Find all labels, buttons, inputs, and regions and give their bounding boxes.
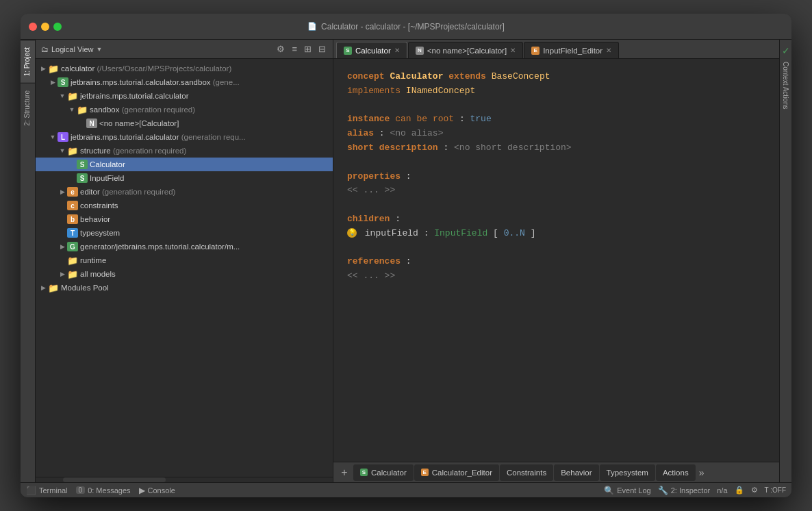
titlebar-title: 📄 Calculator - calculator - [~/MPSProjec…	[307, 22, 505, 32]
project-tree[interactable]: ▶ 📁 calculator (/Users/Oscar/MPSProjects…	[36, 59, 333, 477]
expand-icon[interactable]: ⊞	[303, 42, 313, 55]
tree-row[interactable]: ▶ 📁 all models	[36, 267, 333, 281]
keyword: can	[395, 114, 411, 124]
tree-row[interactable]: ▶ S jetbrains.mps.tutorial.calculator.sa…	[36, 75, 333, 89]
s-icon: S	[58, 77, 68, 87]
tree-row[interactable]: ▼ L jetbrains.mps.tutorial.calculator (g…	[36, 130, 333, 144]
minimize-button[interactable]	[41, 23, 49, 31]
sidebar-item-project[interactable]: 1: Project	[21, 40, 35, 83]
sidebar-item-structure[interactable]: 2: Structure	[21, 83, 35, 133]
bottom-tab-behavior[interactable]: Behavior	[554, 464, 598, 481]
messages-item[interactable]: 0 0: Messages	[76, 486, 131, 495]
right-sidebar: ✓ Context Actions	[779, 40, 791, 482]
code-line: properties :	[347, 170, 765, 184]
tab-s-icon: S	[344, 47, 352, 55]
code-line: << ... >>	[347, 269, 765, 284]
code-line: references :	[347, 255, 765, 269]
tree-row[interactable]: N <no name>[Calculator]	[36, 116, 333, 130]
bottom-tab-constraints[interactable]: Constraints	[500, 464, 553, 481]
position-label: n/a	[717, 486, 727, 495]
bottom-tab-calculator-editor[interactable]: E Calculator_Editor	[414, 464, 499, 481]
tree-row[interactable]: ▼ 📁 structure (generation required)	[36, 144, 333, 158]
horizontal-scrollbar[interactable]	[36, 477, 333, 482]
folder-icon: 📁	[48, 64, 59, 73]
tree-row[interactable]: T typesystem	[36, 226, 333, 240]
collapse-icon[interactable]: ⊟	[317, 42, 327, 55]
tree-item-label: calculator (/Users/Oscar/MPSProjects/cal…	[61, 64, 231, 73]
tab-no-name[interactable]: N <no name>[Calculator] ✕	[408, 42, 523, 58]
s-icon: S	[77, 173, 88, 183]
tree-arrow: ▶	[58, 188, 67, 195]
keyword: extends	[448, 71, 486, 82]
terminal-icon: ⬛	[26, 486, 36, 495]
check-icon: ✓	[782, 45, 790, 56]
n-icon: N	[86, 119, 97, 128]
console-item[interactable]: ▶ Console	[139, 486, 175, 495]
tree-row[interactable]: ▼ 📁 jetbrains.mps.tutorial.calculator	[36, 89, 333, 103]
code-line	[347, 198, 765, 212]
bottom-tab-calculator[interactable]: S Calculator	[353, 464, 414, 481]
folder-icon: 📁	[77, 105, 88, 114]
terminal-item[interactable]: ⬛ Terminal	[26, 486, 68, 495]
console-label: Console	[148, 486, 175, 495]
tree-row[interactable]: 📁 runtime	[36, 253, 333, 267]
tab-calculator[interactable]: S Calculator ✕	[336, 42, 407, 58]
tab-label: <no name>[Calculator]	[427, 47, 507, 55]
bottom-tab-actions[interactable]: Actions	[656, 464, 696, 481]
view-icon: 🗂	[41, 45, 49, 53]
tree-item-label: jetbrains.mps.tutorial.calculator.sandbo…	[71, 78, 240, 86]
code-text: :	[459, 114, 470, 124]
inspector-item[interactable]: 🔧 2: Inspector	[658, 486, 710, 495]
code-line: concept Calculator extends BaseConcept	[347, 70, 765, 84]
event-log-item[interactable]: 🔍 Event Log	[604, 486, 651, 495]
tree-item-label: Calculator	[90, 160, 125, 169]
tree-item-label: generator/jetbrains.mps.tutorial.calcula…	[80, 242, 240, 251]
c-icon: e	[67, 187, 78, 197]
tab-inputfield-editor[interactable]: E InputField_Editor ✕	[524, 42, 619, 58]
tree-row[interactable]: ▶ G generator/jetbrains.mps.tutorial.cal…	[36, 240, 333, 253]
tab-close-icon[interactable]: ✕	[394, 47, 400, 54]
add-tab-button[interactable]: +	[336, 464, 353, 481]
bottom-tab-typesystem[interactable]: Typesystem	[600, 464, 655, 481]
l-icon: L	[58, 132, 68, 142]
keyword: references	[347, 256, 401, 266]
settings-icon[interactable]: ⚙	[275, 42, 286, 55]
code-text: [	[493, 228, 498, 238]
tree-item-label: Modules Pool	[61, 284, 109, 292]
chevron-down-icon[interactable]: ▼	[97, 46, 103, 53]
maximize-button[interactable]	[53, 23, 62, 31]
code-text: :	[443, 142, 454, 153]
tree-row[interactable]: S Calculator	[36, 158, 333, 171]
meta-text: << ... >>	[347, 271, 395, 281]
tree-row[interactable]: b behavior	[36, 212, 333, 226]
tree-row[interactable]: ▼ 📁 sandbox (generation required)	[36, 103, 333, 116]
type-ref: InputField	[434, 228, 487, 238]
tab-n-icon: N	[416, 47, 424, 55]
tab-label: InputField_Editor	[543, 47, 602, 55]
tree-row[interactable]: ▶ 📁 calculator (/Users/Oscar/MPSProjects…	[36, 62, 333, 75]
tree-row[interactable]: c constraints	[36, 199, 333, 212]
more-tabs-icon[interactable]: »	[696, 467, 707, 478]
meta-text: << ... >>	[347, 185, 395, 195]
tree-row[interactable]: ▶ 📁 Modules Pool	[36, 281, 333, 295]
keyword: be	[416, 114, 427, 124]
status-bar: ⬛ Terminal 0 0: Messages ▶ Console 🔍 Eve…	[21, 482, 791, 497]
tab-close-icon[interactable]: ✕	[606, 47, 611, 54]
bottom-tab-bar: + S Calculator E Calculator_Editor Const…	[333, 462, 779, 482]
tree-row[interactable]: ▶ e editor (generation required)	[36, 185, 333, 199]
tree-arrow: ▶	[58, 243, 67, 250]
close-button[interactable]	[29, 23, 37, 31]
tree-item-label: sandbox (generation required)	[90, 105, 195, 114]
tree-arrow: ▶	[58, 271, 67, 277]
tree-item-label: editor (generation required)	[80, 188, 175, 196]
context-actions-label[interactable]: Context Actions	[782, 62, 789, 109]
scrollbar-thumb[interactable]	[63, 477, 166, 482]
code-text: inputField :	[365, 228, 434, 238]
tree-item-label: runtime	[80, 256, 106, 264]
tree-row[interactable]: S InputField	[36, 171, 333, 185]
menu-icon[interactable]: ≡	[290, 42, 299, 55]
keyword: properties	[347, 171, 401, 182]
tab-close-icon[interactable]: ✕	[510, 47, 516, 54]
keyword: instance	[347, 114, 390, 124]
traffic-lights	[29, 23, 62, 31]
